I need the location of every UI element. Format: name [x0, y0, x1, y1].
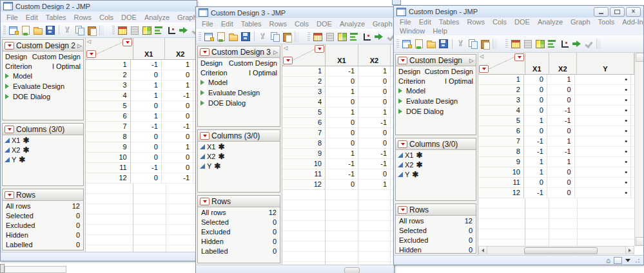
home-icon[interactable]: ⌂	[606, 257, 610, 263]
menu-item[interactable]: Window	[396, 27, 429, 35]
columns-triangle-icon[interactable]: ◁	[480, 53, 483, 59]
red-triangle-menu-icon[interactable]	[200, 198, 210, 205]
data-cell[interactable]: •	[575, 167, 631, 178]
data-cell[interactable]: 0	[326, 128, 358, 138]
data-cell[interactable]: 0	[131, 101, 162, 111]
row-number-cell[interactable]: 11	[86, 163, 131, 173]
column-list-item[interactable]: X1 ✱	[396, 150, 476, 160]
outline-action-item[interactable]: Model	[198, 77, 280, 88]
data-cell[interactable]: -1	[547, 147, 575, 157]
data-cell[interactable]: 0	[547, 126, 575, 136]
outline-action-item[interactable]: Model	[3, 71, 83, 81]
menu-item[interactable]: Graph	[173, 14, 197, 21]
cut-icon[interactable]	[63, 25, 73, 35]
grid-corner-cell[interactable]: ◁	[86, 38, 133, 59]
row-number-cell[interactable]: 2	[282, 77, 326, 87]
red-triangle-menu-icon[interactable]	[398, 57, 407, 64]
row-number-cell[interactable]: 5	[282, 108, 326, 118]
menu-item[interactable]: Tables	[435, 18, 463, 26]
toolbar-overflow-chevron[interactable]	[99, 25, 104, 35]
data-cell[interactable]: 0	[162, 163, 193, 173]
row-number-cell[interactable]: 9	[478, 157, 524, 167]
column-list-item[interactable]: X1 ✱	[198, 142, 280, 151]
data-cell[interactable]: 0	[326, 138, 358, 149]
data-cell[interactable]: •	[575, 75, 631, 85]
row-stat-item[interactable]: All rows 12	[3, 201, 83, 211]
toolbar-overflow-chevron[interactable]	[295, 32, 299, 42]
column-list-item[interactable]: Y ✱	[3, 155, 83, 164]
columns-panel-header[interactable]: Columns (3/0)	[396, 138, 476, 150]
disclosure-right-icon[interactable]: ▷	[273, 49, 278, 55]
menu-item[interactable]: Edit	[415, 18, 435, 26]
disclosure-right-icon[interactable]: ▷	[77, 42, 82, 49]
data-cell[interactable]: 0	[358, 97, 391, 108]
new-data-table-icon[interactable]	[402, 39, 412, 49]
row-stat-item[interactable]: Excluded 0	[396, 235, 476, 245]
grid-corner-cell[interactable]: ◁	[478, 53, 525, 74]
rows-panel-header[interactable]: Rows	[396, 204, 476, 216]
menu-item[interactable]: Tools	[594, 18, 619, 26]
toolbar-grip[interactable]	[307, 32, 310, 41]
data-cell[interactable]: 0	[547, 95, 575, 106]
row-stat-item[interactable]: Labelled 0	[3, 240, 83, 249]
menu-item[interactable]: Help	[429, 27, 451, 35]
menu-item[interactable]: Cols	[95, 14, 117, 21]
columns-menu-icon[interactable]	[315, 45, 324, 53]
row-number-cell[interactable]: 7	[478, 136, 524, 147]
data-cell[interactable]: •	[575, 157, 631, 167]
row-number-cell[interactable]: 11	[282, 169, 326, 180]
data-cell[interactable]: -1	[131, 163, 162, 173]
menu-item[interactable]: Rows	[463, 18, 489, 26]
menu-item[interactable]: Graph	[567, 18, 594, 26]
data-cell[interactable]: 1	[358, 108, 391, 118]
summary-icon[interactable]	[523, 39, 533, 49]
column-header-cell[interactable]: X1	[525, 53, 549, 74]
data-cell[interactable]: -1	[547, 106, 575, 116]
data-cell[interactable]: •	[575, 147, 631, 157]
data-cell[interactable]: 0	[547, 178, 575, 188]
column-list-item[interactable]: X1 ✱	[3, 135, 83, 145]
row-stat-item[interactable]: Excluded 0	[3, 220, 83, 230]
rows-menu-icon[interactable]	[86, 50, 96, 58]
red-triangle-menu-icon[interactable]	[398, 206, 407, 214]
data-cell[interactable]: 0	[131, 173, 162, 184]
outline-action-item[interactable]: Evaluate Design	[198, 88, 280, 98]
data-cell[interactable]: 1	[524, 157, 547, 167]
data-cell[interactable]: 1	[326, 108, 358, 118]
data-cell[interactable]: -1	[524, 188, 547, 198]
menu-item[interactable]: Edit	[22, 14, 42, 21]
data-cell[interactable]: •	[575, 95, 631, 106]
row-number-cell[interactable]: 2	[478, 85, 524, 95]
data-cell[interactable]: -1	[326, 66, 358, 77]
menu-item[interactable]: DOE	[313, 20, 336, 28]
copy-icon[interactable]	[468, 39, 478, 49]
data-cell[interactable]: -1	[131, 122, 162, 132]
data-cell[interactable]: 0	[131, 153, 162, 163]
grid-view-icon[interactable]	[535, 39, 545, 49]
disclosure-right-icon[interactable]: ▷	[469, 57, 474, 64]
data-cell[interactable]: 1	[326, 149, 358, 159]
fit-y-by-x-icon[interactable]	[362, 32, 372, 42]
title-bar[interactable]: Custom Design 3 - JMP	[196, 7, 394, 18]
copy-icon[interactable]	[270, 32, 280, 42]
menu-item[interactable]: Cols	[291, 20, 313, 28]
data-cell[interactable]: -1	[162, 122, 193, 132]
data-cell[interactable]: 0	[162, 111, 193, 122]
menu-item[interactable]: Graph	[369, 20, 394, 28]
row-stat-item[interactable]: Hidden 0	[396, 245, 476, 254]
menu-item[interactable]: Analyze	[336, 20, 369, 28]
status-dropdown-icon[interactable]	[625, 259, 630, 265]
data-table-icon[interactable]	[313, 32, 323, 42]
row-number-cell[interactable]: 3	[282, 87, 326, 97]
data-cell[interactable]: 0	[326, 180, 358, 190]
run-script-icon[interactable]	[374, 32, 384, 42]
row-number-cell[interactable]: 3	[86, 80, 131, 91]
title-bar[interactable]: Custom Design 2 - JMP	[1, 1, 197, 12]
data-cell[interactable]: -1	[547, 116, 575, 126]
column-header-cell[interactable]: Y	[577, 53, 634, 74]
row-number-cell[interactable]: 10	[86, 153, 131, 163]
scroll-up-arrow[interactable]	[636, 53, 643, 62]
distribution-icon[interactable]	[547, 39, 558, 49]
data-cell[interactable]: 0	[524, 75, 547, 85]
data-cell[interactable]: 1	[524, 167, 547, 178]
